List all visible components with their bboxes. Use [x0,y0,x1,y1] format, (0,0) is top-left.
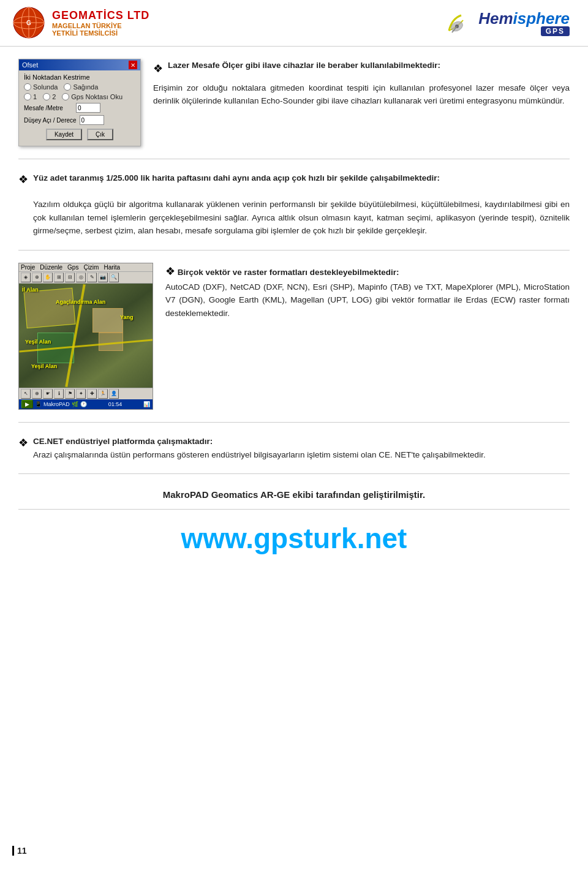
dialog-radio-row-2: 1 2 Gps Noktası Oku [24,93,135,100]
company-name: GEOMATİCS LTD [52,9,149,22]
duzey-label: Düşey Açı / Derece [24,117,77,124]
radio-gps: Gps Noktası Oku [62,93,123,100]
tool-icon-9[interactable]: 🔍 [109,273,119,282]
radio-saginda: Sağında [64,83,98,91]
url-section: www.gpsturk.net [18,510,570,567]
section1-title: Lazer Mesafe Ölçer gibi ilave cihazlar i… [168,59,440,72]
radio-gps-input[interactable] [62,93,69,100]
tool-icon-5[interactable]: ⊟ [65,273,75,282]
start-button[interactable]: ▶ [21,400,33,409]
map-toolbar-2: ↖ ⊕ ☛ ℹ ⚑ ✦ ✚ 🏃 👤 [19,388,153,399]
menu-duzenle: Düzenle [40,264,62,271]
section3-header: ❖ Birçok vektör ve raster formatları des… [165,263,570,281]
section-yuz-adet: ❖ Yüz adet taranmış 1/25.000 lik harita … [18,159,570,251]
taskbar-time: 01:54 [108,401,123,407]
dialog-titlebar: Ofset ✕ [19,59,140,70]
tool-icon-8[interactable]: 📷 [98,273,108,282]
map-taskbar: ▶ 📱 MakroPAD 🌿 🕐 01:54 📊 [19,399,153,409]
radio-2-label: 2 [52,93,56,100]
duzey-input[interactable] [80,115,104,125]
makropad-label: MakroPAD [43,401,70,407]
section1-body: Erişimin zor olduğu noktalara gitmeden k… [153,83,570,106]
taskbar-start: ▶ 📱 MakroPAD 🌿 🕐 [21,400,87,409]
map-label-yang: Yang [120,314,134,320]
tool-icon-2[interactable]: ⊕ [32,273,42,282]
taskbar-icon-clock: 🕐 [80,401,87,407]
company-sub1: MAGELLAN TÜRKİYE [52,22,149,29]
radio-2: 2 [43,93,56,100]
radio-solunda-label: Solunda [33,83,58,91]
section2-text: Yüz adet taranmış 1/25.000 lik harita pa… [33,171,570,238]
map-menubar: Proje Düzenle Gps Çizim Harita [19,263,153,272]
tool-people[interactable]: 👤 [109,389,119,399]
globe-icon: G [12,6,46,40]
dialog-body: İki Noktadan Kestrime Solunda Sağında 1 [19,70,140,146]
tool-run[interactable]: 🏃 [98,389,108,399]
hemisphere-text: Hemisphere [478,10,570,26]
radio-saginda-input[interactable] [64,83,71,91]
section3-body: AutoCAD (DXF), NetCAD (DXF, NCN), Esri (… [165,282,570,318]
section-lazer: Ofset ✕ İki Noktadan Kestrime Solunda Sa… [18,47,570,159]
dialog-buttons: Kaydet Çık [24,129,135,143]
section-cenet: ❖ CE.NET endüstriyel platformda çalışmak… [18,423,570,474]
bullet-4: ❖ [18,436,28,450]
page-header: G GEOMATİCS LTD MAGELLAN TÜRKİYE YETKİLİ… [0,0,588,47]
radio-gps-label: Gps Noktası Oku [71,93,123,100]
taskbar-icon-makropad: 📱 [35,401,42,407]
map-label-yesil: Yeşil Alan [25,339,51,345]
tool-icon-4[interactable]: ⊞ [54,273,64,282]
tool-arrow[interactable]: ↖ [21,389,31,399]
section3-text: ❖ Birçok vektör ve raster formatları des… [165,263,570,320]
ofset-dialog: Ofset ✕ İki Noktadan Kestrime Solunda Sa… [18,59,141,146]
dialog-title: Ofset [22,61,38,69]
footer-bold-text: MakroPAD Geomatics AR-GE ekibi tarafında… [18,474,570,510]
main-content: Ofset ✕ İki Noktadan Kestrime Solunda Sa… [0,47,588,579]
dialog-subtitle: İki Noktadan Kestrime [24,73,135,81]
radio-1: 1 [24,93,37,100]
taskbar-icon-2: 📊 [143,401,150,407]
hemisphere-logo: Hemisphere GPS [446,9,570,37]
bullet-2: ❖ [18,173,28,186]
hemisphere-brand: Hemisphere GPS [478,10,570,36]
radio-2-input[interactable] [43,93,50,100]
radio-1-input[interactable] [24,93,31,100]
map-label-ilalan: İl Alan [22,287,39,293]
tool-flag[interactable]: ⚑ [65,389,75,399]
map-toolbar: ◈ ⊕ ✋ ⊞ ⊟ ◎ ✎ 📷 🔍 [19,272,153,284]
dialog-radio-row-1: Solunda Sağında [24,83,135,91]
map-label-agac: Agaçlandırma Alan [56,299,105,305]
radio-solunda: Solunda [24,83,58,91]
company-logo-left: G GEOMATİCS LTD MAGELLAN TÜRKİYE YETKİLİ… [12,6,149,40]
kaydet-button[interactable]: Kaydet [46,129,82,140]
website-url[interactable]: www.gpsturk.net [181,522,407,554]
tool-icon-1[interactable]: ◈ [21,273,31,282]
mesafe-label: Mesafe /Metre [24,105,73,111]
section2-body: Yazılım oldukça güçlü bir algoritma kull… [33,200,570,235]
mesafe-input[interactable] [76,103,100,113]
map-area-1 [24,288,76,329]
taskbar-icon-plant: 🌿 [72,401,78,407]
tool-icon-3[interactable]: ✋ [43,273,53,282]
bullet-1: ❖ [153,60,163,78]
toolbar-icons: ◈ ⊕ ✋ ⊞ ⊟ ◎ ✎ 📷 🔍 [21,273,119,282]
menu-gps: Gps [67,264,78,271]
tool-zoom-box[interactable]: ⊕ [32,389,42,399]
map-buildings [92,308,123,333]
tool-cross[interactable]: ✚ [87,389,97,399]
menu-harita: Harita [104,264,120,271]
dialog-close-button[interactable]: ✕ [129,61,137,69]
tool-icon-6[interactable]: ◎ [76,273,86,282]
bullet-3: ❖ [165,265,175,277]
tool-hand[interactable]: ☛ [43,389,53,399]
map-image-area: İl Alan Agaçlandırma Alan Yeşil Alan Yan… [19,284,153,388]
page-number: 11 [12,846,27,856]
radio-solunda-input[interactable] [24,83,31,91]
section4-body: Arazi çalışmalarında üstün performans gö… [33,450,486,459]
cik-button[interactable]: Çık [87,129,113,140]
section2-intro: Yüz adet taranmış 1/25.000 lik harita pa… [33,173,440,183]
tool-star[interactable]: ✦ [76,389,86,399]
satellite-icon [446,9,473,37]
tool-info[interactable]: ℹ [54,389,64,399]
company-name-block: GEOMATİCS LTD MAGELLAN TÜRKİYE YETKİLİ T… [52,9,149,37]
tool-icon-7[interactable]: ✎ [87,273,97,282]
